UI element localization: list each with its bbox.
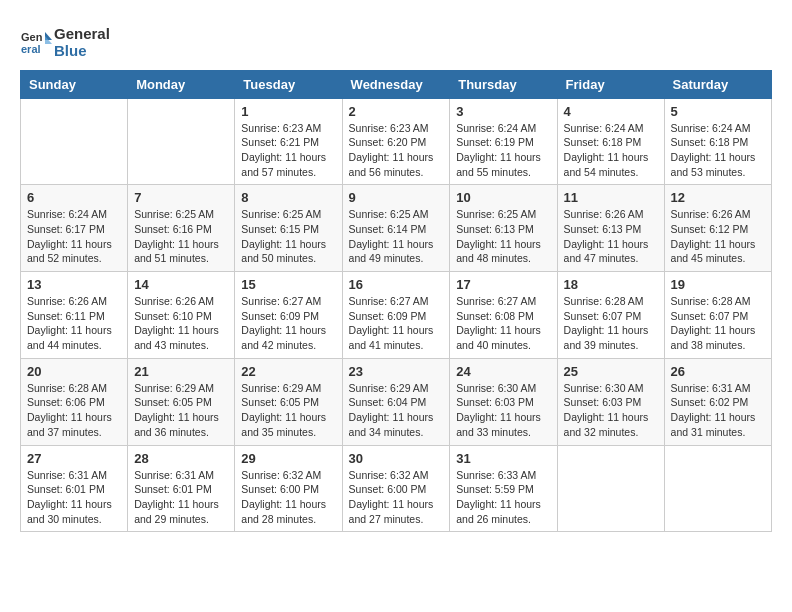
cell-content: Sunrise: 6:27 AMSunset: 6:09 PMDaylight:… xyxy=(241,294,335,353)
cell-content: Sunrise: 6:24 AMSunset: 6:19 PMDaylight:… xyxy=(456,121,550,180)
calendar-cell: 28Sunrise: 6:31 AMSunset: 6:01 PMDayligh… xyxy=(128,445,235,532)
calendar-week-row: 20Sunrise: 6:28 AMSunset: 6:06 PMDayligh… xyxy=(21,358,772,445)
day-number: 22 xyxy=(241,364,335,379)
day-number: 1 xyxy=(241,104,335,119)
day-number: 5 xyxy=(671,104,765,119)
calendar-cell xyxy=(128,98,235,185)
cell-content: Sunrise: 6:23 AMSunset: 6:21 PMDaylight:… xyxy=(241,121,335,180)
weekday-header: Monday xyxy=(128,70,235,98)
day-number: 23 xyxy=(349,364,444,379)
cell-content: Sunrise: 6:26 AMSunset: 6:11 PMDaylight:… xyxy=(27,294,121,353)
weekday-header: Saturday xyxy=(664,70,771,98)
calendar-cell: 4Sunrise: 6:24 AMSunset: 6:18 PMDaylight… xyxy=(557,98,664,185)
calendar-cell: 15Sunrise: 6:27 AMSunset: 6:09 PMDayligh… xyxy=(235,272,342,359)
page-header: Gen eral General Blue xyxy=(20,20,772,60)
cell-content: Sunrise: 6:24 AMSunset: 6:18 PMDaylight:… xyxy=(564,121,658,180)
calendar-week-row: 1Sunrise: 6:23 AMSunset: 6:21 PMDaylight… xyxy=(21,98,772,185)
calendar-cell: 24Sunrise: 6:30 AMSunset: 6:03 PMDayligh… xyxy=(450,358,557,445)
day-number: 14 xyxy=(134,277,228,292)
cell-content: Sunrise: 6:29 AMSunset: 6:04 PMDaylight:… xyxy=(349,381,444,440)
cell-content: Sunrise: 6:33 AMSunset: 5:59 PMDaylight:… xyxy=(456,468,550,527)
cell-content: Sunrise: 6:31 AMSunset: 6:01 PMDaylight:… xyxy=(27,468,121,527)
calendar-cell: 30Sunrise: 6:32 AMSunset: 6:00 PMDayligh… xyxy=(342,445,450,532)
calendar-cell: 25Sunrise: 6:30 AMSunset: 6:03 PMDayligh… xyxy=(557,358,664,445)
logo: Gen eral General Blue xyxy=(20,25,110,60)
cell-content: Sunrise: 6:26 AMSunset: 6:12 PMDaylight:… xyxy=(671,207,765,266)
day-number: 6 xyxy=(27,190,121,205)
day-number: 19 xyxy=(671,277,765,292)
calendar-cell xyxy=(664,445,771,532)
day-number: 15 xyxy=(241,277,335,292)
cell-content: Sunrise: 6:25 AMSunset: 6:15 PMDaylight:… xyxy=(241,207,335,266)
calendar-cell: 12Sunrise: 6:26 AMSunset: 6:12 PMDayligh… xyxy=(664,185,771,272)
calendar-cell: 19Sunrise: 6:28 AMSunset: 6:07 PMDayligh… xyxy=(664,272,771,359)
day-number: 7 xyxy=(134,190,228,205)
cell-content: Sunrise: 6:31 AMSunset: 6:01 PMDaylight:… xyxy=(134,468,228,527)
calendar-cell xyxy=(21,98,128,185)
logo-general-text: General xyxy=(54,25,110,42)
logo-combined: Gen eral General Blue xyxy=(20,25,110,60)
calendar-cell: 9Sunrise: 6:25 AMSunset: 6:14 PMDaylight… xyxy=(342,185,450,272)
day-number: 11 xyxy=(564,190,658,205)
calendar-cell: 7Sunrise: 6:25 AMSunset: 6:16 PMDaylight… xyxy=(128,185,235,272)
day-number: 13 xyxy=(27,277,121,292)
calendar-cell: 13Sunrise: 6:26 AMSunset: 6:11 PMDayligh… xyxy=(21,272,128,359)
cell-content: Sunrise: 6:32 AMSunset: 6:00 PMDaylight:… xyxy=(349,468,444,527)
weekday-header: Sunday xyxy=(21,70,128,98)
day-number: 30 xyxy=(349,451,444,466)
cell-content: Sunrise: 6:29 AMSunset: 6:05 PMDaylight:… xyxy=(241,381,335,440)
calendar-cell: 29Sunrise: 6:32 AMSunset: 6:00 PMDayligh… xyxy=(235,445,342,532)
weekday-header: Tuesday xyxy=(235,70,342,98)
day-number: 25 xyxy=(564,364,658,379)
cell-content: Sunrise: 6:25 AMSunset: 6:16 PMDaylight:… xyxy=(134,207,228,266)
svg-text:eral: eral xyxy=(21,43,41,55)
day-number: 8 xyxy=(241,190,335,205)
calendar-header-row: SundayMondayTuesdayWednesdayThursdayFrid… xyxy=(21,70,772,98)
cell-content: Sunrise: 6:26 AMSunset: 6:13 PMDaylight:… xyxy=(564,207,658,266)
calendar-cell: 18Sunrise: 6:28 AMSunset: 6:07 PMDayligh… xyxy=(557,272,664,359)
cell-content: Sunrise: 6:25 AMSunset: 6:14 PMDaylight:… xyxy=(349,207,444,266)
cell-content: Sunrise: 6:23 AMSunset: 6:20 PMDaylight:… xyxy=(349,121,444,180)
calendar-cell: 3Sunrise: 6:24 AMSunset: 6:19 PMDaylight… xyxy=(450,98,557,185)
day-number: 9 xyxy=(349,190,444,205)
day-number: 29 xyxy=(241,451,335,466)
calendar-table: SundayMondayTuesdayWednesdayThursdayFrid… xyxy=(20,70,772,533)
day-number: 28 xyxy=(134,451,228,466)
day-number: 3 xyxy=(456,104,550,119)
calendar-cell: 16Sunrise: 6:27 AMSunset: 6:09 PMDayligh… xyxy=(342,272,450,359)
weekday-header: Friday xyxy=(557,70,664,98)
cell-content: Sunrise: 6:24 AMSunset: 6:18 PMDaylight:… xyxy=(671,121,765,180)
cell-content: Sunrise: 6:25 AMSunset: 6:13 PMDaylight:… xyxy=(456,207,550,266)
cell-content: Sunrise: 6:29 AMSunset: 6:05 PMDaylight:… xyxy=(134,381,228,440)
day-number: 4 xyxy=(564,104,658,119)
calendar-cell xyxy=(557,445,664,532)
day-number: 24 xyxy=(456,364,550,379)
logo-text-block: General Blue xyxy=(54,25,110,60)
day-number: 10 xyxy=(456,190,550,205)
calendar-week-row: 6Sunrise: 6:24 AMSunset: 6:17 PMDaylight… xyxy=(21,185,772,272)
weekday-header: Wednesday xyxy=(342,70,450,98)
day-number: 12 xyxy=(671,190,765,205)
cell-content: Sunrise: 6:32 AMSunset: 6:00 PMDaylight:… xyxy=(241,468,335,527)
day-number: 16 xyxy=(349,277,444,292)
day-number: 20 xyxy=(27,364,121,379)
calendar-cell: 2Sunrise: 6:23 AMSunset: 6:20 PMDaylight… xyxy=(342,98,450,185)
calendar-cell: 31Sunrise: 6:33 AMSunset: 5:59 PMDayligh… xyxy=(450,445,557,532)
day-number: 21 xyxy=(134,364,228,379)
day-number: 31 xyxy=(456,451,550,466)
cell-content: Sunrise: 6:28 AMSunset: 6:07 PMDaylight:… xyxy=(564,294,658,353)
calendar-cell: 14Sunrise: 6:26 AMSunset: 6:10 PMDayligh… xyxy=(128,272,235,359)
calendar-cell: 21Sunrise: 6:29 AMSunset: 6:05 PMDayligh… xyxy=(128,358,235,445)
calendar-cell: 26Sunrise: 6:31 AMSunset: 6:02 PMDayligh… xyxy=(664,358,771,445)
day-number: 27 xyxy=(27,451,121,466)
calendar-cell: 17Sunrise: 6:27 AMSunset: 6:08 PMDayligh… xyxy=(450,272,557,359)
calendar-cell: 11Sunrise: 6:26 AMSunset: 6:13 PMDayligh… xyxy=(557,185,664,272)
cell-content: Sunrise: 6:30 AMSunset: 6:03 PMDaylight:… xyxy=(456,381,550,440)
calendar-cell: 22Sunrise: 6:29 AMSunset: 6:05 PMDayligh… xyxy=(235,358,342,445)
calendar-cell: 23Sunrise: 6:29 AMSunset: 6:04 PMDayligh… xyxy=(342,358,450,445)
cell-content: Sunrise: 6:30 AMSunset: 6:03 PMDaylight:… xyxy=(564,381,658,440)
cell-content: Sunrise: 6:27 AMSunset: 6:09 PMDaylight:… xyxy=(349,294,444,353)
day-number: 18 xyxy=(564,277,658,292)
cell-content: Sunrise: 6:28 AMSunset: 6:07 PMDaylight:… xyxy=(671,294,765,353)
day-number: 17 xyxy=(456,277,550,292)
